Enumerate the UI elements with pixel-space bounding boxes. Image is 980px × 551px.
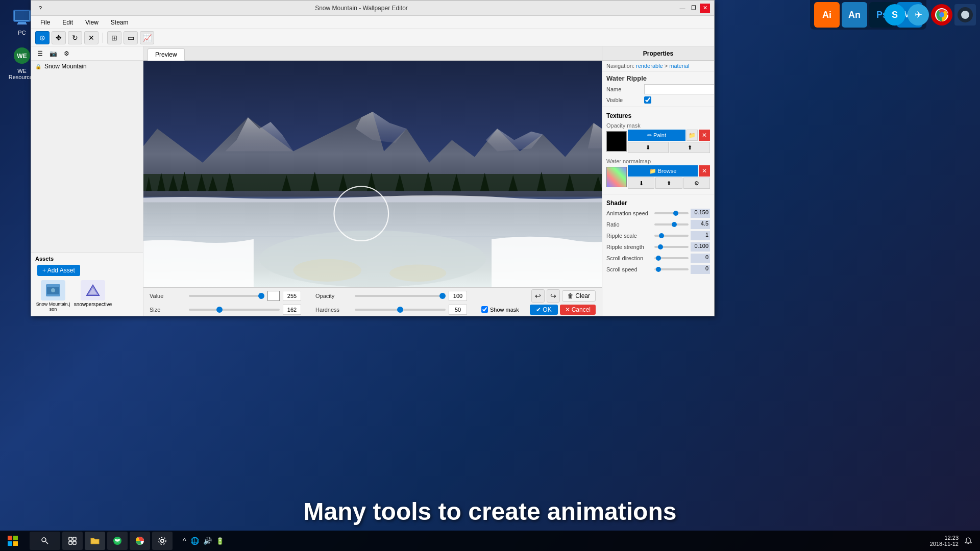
skype-icon[interactable]: S — [884, 4, 905, 26]
add-asset-btn[interactable]: + Add Asset — [37, 265, 80, 276]
paint-icon: ✏ — [647, 132, 652, 139]
chrome-icon[interactable] — [931, 4, 952, 26]
minimize-btn[interactable]: — — [677, 4, 688, 13]
restore-btn[interactable]: ❐ — [689, 4, 699, 13]
size-label: Size — [150, 307, 183, 313]
size-slider[interactable] — [189, 309, 280, 311]
tool-refresh[interactable]: ↻ — [68, 31, 82, 44]
tex-import-btn-2[interactable]: ⬇ — [628, 178, 654, 189]
ok-btn[interactable]: ✔ OK — [530, 305, 557, 315]
svg-point-8 — [939, 12, 944, 17]
tex-del-btn-1[interactable]: ✕ — [699, 130, 710, 141]
tex-export-btn-2[interactable]: ⬆ — [655, 178, 682, 189]
shader-slider-scroll-speed[interactable] — [654, 268, 689, 270]
tex-import-btn-1[interactable]: ⬇ — [628, 142, 669, 153]
name-input[interactable] — [644, 84, 714, 94]
show-mask-checkbox[interactable] — [481, 306, 488, 313]
shader-slider-ripple-strength[interactable] — [654, 246, 689, 248]
show-mask-label[interactable]: Show mask — [481, 306, 519, 313]
value-slider[interactable] — [189, 295, 264, 297]
taskbar-app-explorer[interactable] — [85, 532, 105, 550]
shader-val-scroll-direction: 0 — [691, 254, 710, 263]
telegram-icon[interactable]: ✈ — [908, 4, 929, 26]
svg-point-59 — [42, 538, 46, 542]
subtitle-overlay: Many tools to create animations — [0, 497, 980, 525]
app-icon-animate[interactable]: An — [842, 2, 867, 28]
notification-btn[interactable] — [961, 537, 976, 545]
taskbar-start[interactable] — [0, 531, 26, 551]
tray-volume[interactable]: 🔊 — [203, 537, 212, 545]
tool-move[interactable]: ✥ — [52, 31, 66, 44]
cancel-btn[interactable]: ✕ Cancel — [560, 305, 596, 315]
shader-row-ratio: Ratio 4.5 — [602, 219, 714, 230]
menu-steam[interactable]: Steam — [106, 18, 134, 27]
project-item-snow-mountain[interactable]: 🔒 Snow Mountain — [31, 61, 143, 72]
tex-del-btn-2[interactable]: ✕ — [699, 165, 710, 177]
tab-preview[interactable]: Preview — [148, 48, 185, 61]
bottom-tools: Value 255 Opacity 100 ↩ — [143, 287, 602, 316]
tool-close-mask[interactable]: ✕ — [84, 31, 99, 44]
browse-btn[interactable]: 📁 Browse — [628, 165, 698, 177]
nav-link-renderable[interactable]: renderable — [636, 63, 663, 69]
lpanel-camera-btn[interactable]: 📷 — [47, 48, 59, 59]
tex-export-btn-1[interactable]: ⬆ — [670, 142, 710, 153]
tray-chevron[interactable]: ^ — [183, 537, 186, 545]
asset-snow-mountain-json[interactable]: Snow Mountain.json — [35, 280, 71, 312]
properties-nav: Navigation: renderable > material — [602, 61, 714, 71]
visible-checkbox[interactable] — [644, 96, 651, 104]
shader-row-animation-speed: Animation speed 0.150 — [602, 208, 714, 219]
tray-battery[interactable]: 🔋 — [216, 537, 224, 545]
taskbar-app-search[interactable] — [30, 532, 60, 550]
tool-chart[interactable]: 📈 — [140, 31, 154, 44]
app-icon-illustrator[interactable]: Ai — [814, 2, 840, 28]
tool-grid[interactable]: ⊞ — [107, 31, 121, 44]
svg-point-51 — [259, 231, 486, 287]
canvas-tab-bar: Preview — [143, 46, 602, 61]
shader-slider-ripple-scale[interactable] — [654, 235, 689, 237]
textures-title: Textures — [602, 109, 714, 120]
tray-network[interactable]: 🌐 — [190, 537, 199, 545]
shader-slider-ratio[interactable] — [654, 223, 689, 226]
menu-file[interactable]: File — [35, 18, 55, 27]
browse-icon: 📁 — [649, 168, 656, 174]
shader-slider-scroll-direction[interactable] — [654, 257, 689, 259]
project-name: Snow Mountain — [44, 63, 87, 70]
menu-edit[interactable]: Edit — [57, 18, 78, 27]
clear-label: Clear — [575, 292, 590, 299]
tex-settings-btn[interactable]: ⚙ — [683, 178, 710, 189]
undo-btn[interactable]: ↩ — [531, 289, 545, 303]
desktop: PC WE WE Resources Ai An Ps VS S ✈ — [0, 0, 980, 551]
shader-slider-animation-speed[interactable] — [654, 212, 689, 214]
svg-rect-58 — [13, 541, 18, 546]
asset-icon-json — [41, 280, 65, 300]
opacity-slider[interactable] — [355, 295, 446, 297]
svg-rect-2 — [15, 11, 29, 20]
tool-frame[interactable]: ▭ — [124, 31, 138, 44]
taskbar-app-settings[interactable] — [152, 532, 173, 550]
lpanel-list-btn[interactable]: ☰ — [34, 48, 45, 59]
tex-folder-btn[interactable]: 📁 — [687, 130, 698, 141]
steam-taskbar-icon[interactable] — [954, 4, 976, 26]
nav-link-material[interactable]: material — [669, 63, 689, 69]
prop-row-name: Name — [602, 83, 714, 95]
app-main: ☰ 📷 ⚙ 🔒 Snow Mountain Assets + Add Asset — [31, 46, 714, 316]
title-help-btn[interactable]: ? — [35, 4, 45, 13]
close-btn[interactable]: ✕ — [700, 4, 710, 13]
taskbar-app-spotify[interactable] — [107, 532, 128, 550]
taskbar-app-chrome[interactable] — [130, 532, 150, 550]
svg-point-53 — [389, 265, 446, 282]
shader-label-ripple-scale: Ripple scale — [606, 233, 652, 239]
assets-panel: Assets + Add Asset Snow Mountain.json — [31, 252, 143, 316]
tool-pan[interactable]: ⊕ — [35, 31, 50, 44]
taskbar-app-taskview[interactable] — [62, 532, 83, 550]
hardness-slider[interactable] — [355, 309, 446, 311]
shader-row-scroll-speed: Scroll speed 0 — [602, 264, 714, 275]
menu-view[interactable]: View — [80, 18, 104, 27]
clear-btn[interactable]: 🗑 Clear — [562, 290, 596, 302]
preview-container[interactable] — [143, 61, 602, 287]
paint-btn[interactable]: ✏ Paint — [628, 130, 685, 141]
asset-snowperspective[interactable]: snowperspective — [75, 280, 111, 312]
redo-btn[interactable]: ↪ — [547, 289, 560, 303]
section-title-water-ripple: Water Ripple — [602, 71, 714, 83]
lpanel-settings-btn[interactable]: ⚙ — [61, 48, 72, 59]
